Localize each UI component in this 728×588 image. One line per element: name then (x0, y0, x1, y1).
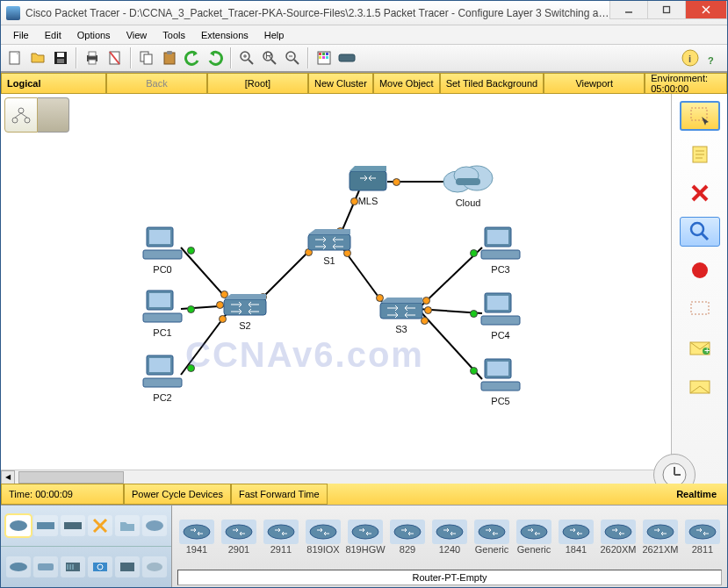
router-model-item[interactable]: 819HGW (346, 520, 385, 555)
menu-extensions[interactable]: Extensions (194, 28, 256, 42)
select-tool[interactable] (680, 101, 720, 131)
router-model-item[interactable]: Generic (515, 520, 553, 555)
category-connections[interactable] (115, 515, 140, 536)
device-pc1[interactable]: PC1 (141, 289, 184, 338)
device-mls[interactable]: MLS (348, 166, 388, 206)
menu-options[interactable]: Options (70, 28, 118, 42)
svg-point-121 (310, 525, 336, 539)
router-model-item[interactable]: 1941 (177, 520, 216, 555)
device-pc3[interactable]: PC3 (479, 226, 522, 275)
menu-file[interactable]: File (6, 28, 36, 42)
router-model-item[interactable]: 2911 (262, 520, 300, 555)
scroll-thumb[interactable] (18, 471, 124, 484)
subcategory-4[interactable] (88, 556, 112, 577)
back-button[interactable]: Back (106, 73, 207, 94)
info-button[interactable]: i (680, 47, 701, 68)
router-model-item[interactable]: 2621XM (641, 520, 680, 555)
watermark: CCNAv6.com (185, 335, 424, 375)
router-model-item[interactable]: 1240 (430, 520, 469, 555)
power-cycle-button[interactable]: Power Cycle Devices (124, 484, 231, 505)
device-pc5[interactable]: PC5 (479, 357, 522, 406)
svg-rect-73 (481, 382, 520, 391)
save-button[interactable] (50, 47, 71, 68)
svg-point-119 (226, 525, 252, 539)
viewport-button[interactable]: Viewport (544, 73, 645, 94)
svg-rect-64 (143, 378, 182, 387)
router-model-label: 829 (400, 544, 415, 555)
device-s2[interactable]: S2 (222, 294, 268, 331)
environment-time[interactable]: Environment: 05:00:00 (645, 73, 727, 94)
redo-button[interactable] (205, 47, 226, 68)
zoom-in-button[interactable] (236, 47, 257, 68)
inspect-tool[interactable] (680, 217, 720, 247)
subcategory-2[interactable] (33, 556, 58, 577)
link-led (187, 247, 195, 255)
device-s1[interactable]: S1 (306, 229, 352, 266)
category-switches[interactable] (33, 515, 58, 536)
print-button[interactable] (82, 47, 103, 68)
maximize-button[interactable] (647, 1, 686, 19)
close-button[interactable] (685, 1, 727, 19)
logical-button[interactable]: Logical (1, 73, 106, 94)
category-routers[interactable] (6, 515, 31, 536)
open-file-button[interactable] (27, 47, 48, 68)
device-cloud[interactable]: Cloud (440, 162, 496, 208)
device-model-row[interactable]: 194129012911819IOX819HGW8291240GenericGe… (172, 506, 727, 568)
subcategory-6[interactable] (142, 556, 167, 577)
category-wireless[interactable] (88, 515, 112, 536)
router-model-item[interactable]: 2811 (683, 520, 722, 555)
realtime-mode[interactable]: Realtime (666, 484, 727, 505)
drawing-palette-button[interactable] (314, 47, 335, 68)
scroll-left-button[interactable]: ◀ (1, 470, 15, 484)
link-led (187, 305, 195, 313)
h-scrollbar[interactable]: ◀ ▶ (1, 470, 671, 484)
device-s3[interactable]: S3 (378, 298, 424, 334)
set-tiled-bg-button[interactable]: Set Tiled Background (440, 73, 544, 94)
delete-tool[interactable] (680, 178, 720, 208)
router-model-item[interactable]: 2901 (220, 520, 258, 555)
new-file-button[interactable] (4, 47, 25, 68)
help-button[interactable]: ? (703, 47, 724, 68)
move-object-button[interactable]: Move Object (373, 73, 440, 94)
device-pc2[interactable]: PC2 (141, 354, 184, 403)
category-end-devices[interactable] (142, 515, 167, 536)
place-note-tool[interactable] (680, 140, 720, 169)
svg-rect-36 (326, 56, 328, 59)
router-model-item[interactable]: 1841 (557, 520, 595, 555)
subcategory-5[interactable] (115, 556, 140, 577)
svg-rect-17 (167, 51, 172, 54)
nav-widget[interactable] (4, 97, 69, 133)
menu-view[interactable]: View (119, 28, 155, 42)
root-level[interactable]: [Root] (207, 73, 308, 94)
category-hubs[interactable] (61, 515, 85, 536)
activity-wizard-button[interactable] (105, 47, 126, 68)
menu-edit[interactable]: Edit (38, 28, 68, 42)
add-complex-pdu-tool[interactable] (680, 371, 720, 401)
link-led (470, 310, 478, 318)
router-model-item[interactable]: 2620XM (599, 520, 638, 555)
zoom-out-button[interactable] (282, 47, 303, 68)
svg-rect-67 (481, 250, 520, 259)
minimize-button[interactable] (609, 1, 648, 19)
subcategory-3[interactable] (61, 556, 85, 577)
device-pc0[interactable]: PC0 (141, 226, 184, 275)
resize-tool[interactable] (680, 255, 720, 285)
fast-forward-button[interactable]: Fast Forward Time (231, 484, 328, 505)
add-simple-pdu-tool[interactable]: + (680, 333, 720, 362)
router-model-item[interactable]: 819IOX (304, 520, 342, 555)
paste-button[interactable] (159, 47, 180, 68)
menu-tools[interactable]: Tools (155, 28, 192, 42)
copy-button[interactable] (136, 47, 157, 68)
new-cluster-button[interactable]: New Cluster (308, 73, 373, 94)
menu-help[interactable]: Help (257, 28, 292, 42)
zoom-reset-button[interactable]: R (259, 47, 280, 68)
topology-canvas[interactable]: CCNAv6.com PC0 PC1 PC2 PC3 PC4 (1, 94, 671, 470)
router-model-label: 1240 (439, 544, 460, 555)
subcategory-1[interactable] (6, 556, 31, 577)
undo-button[interactable] (182, 47, 203, 68)
custom-devices-button[interactable] (336, 47, 357, 68)
router-model-item[interactable]: Generic (472, 520, 511, 555)
draw-rectangle-tool[interactable] (680, 294, 720, 324)
device-pc4[interactable]: PC4 (479, 291, 522, 341)
router-model-item[interactable]: 829 (388, 520, 427, 555)
